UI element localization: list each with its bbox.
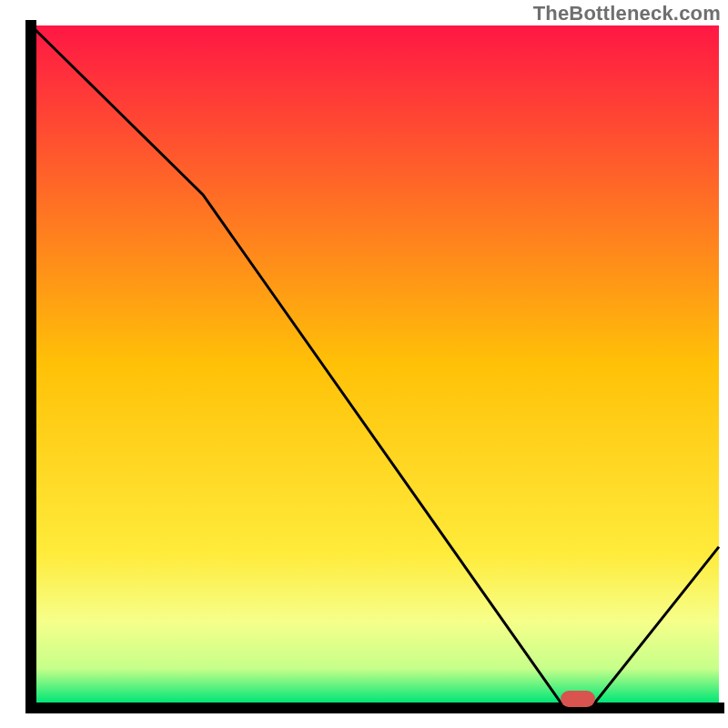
watermark-text: TheBottleneck.com (533, 2, 721, 25)
optimal-marker (561, 691, 595, 707)
chart-root: { "watermark": { "text": "TheBottleneck.… (0, 0, 728, 728)
bottleneck-chart (0, 0, 728, 728)
